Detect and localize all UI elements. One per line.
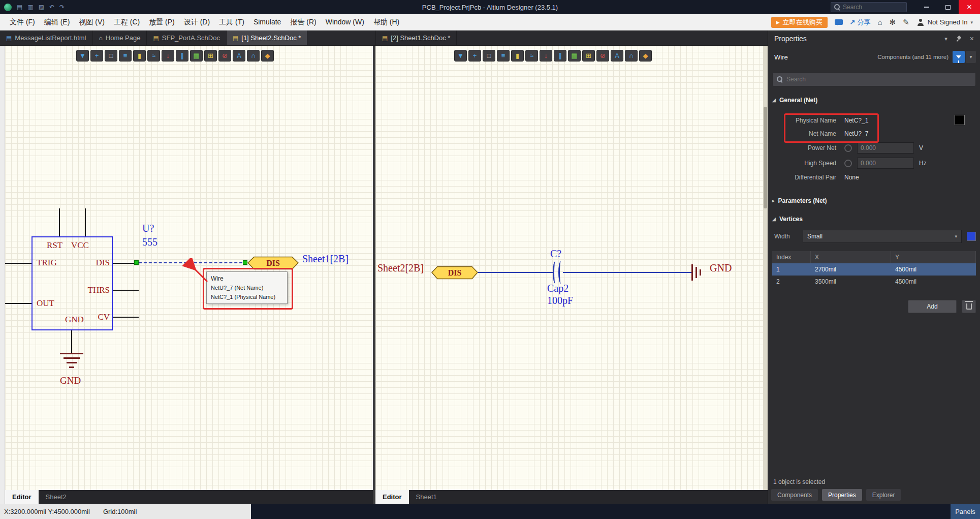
- filter-icon[interactable]: ▼: [454, 50, 467, 62]
- sheet-symbol-icon[interactable]: ⊞: [582, 50, 595, 62]
- undo-icon[interactable]: ↶: [49, 4, 54, 10]
- gnd-symbol[interactable]: [60, 353, 83, 354]
- port-dis[interactable]: DIS: [247, 256, 299, 270]
- menu-view[interactable]: 视图 (V): [74, 14, 109, 30]
- no-erc-icon[interactable]: ⊘: [596, 50, 609, 62]
- menu-edit[interactable]: 编辑 (E): [40, 14, 75, 30]
- grid-icon[interactable]: ▦: [568, 50, 581, 62]
- open-folder-icon[interactable]: ▨: [39, 4, 44, 10]
- tab-message-list-report[interactable]: ▤ MessageListReport.html: [0, 30, 93, 45]
- save-icon[interactable]: ▤: [17, 4, 22, 10]
- section-general-net[interactable]: ◢ General (Net): [768, 97, 980, 104]
- spacing-icon[interactable]: ∥: [176, 50, 188, 62]
- pin-gnd[interactable]: [71, 330, 72, 353]
- properties-search-input[interactable]: [786, 76, 971, 83]
- high-speed-input[interactable]: [857, 158, 914, 169]
- pin-out[interactable]: [5, 303, 31, 304]
- select-area-icon[interactable]: □: [483, 50, 495, 62]
- align-icon[interactable]: ≡: [119, 50, 132, 62]
- selected-wire[interactable]: [139, 262, 247, 263]
- schematic-canvas-sheet2[interactable]: ▼ + □ ≡ ▮ ≈ ↓ ∥ ▦ ⊞ ⊘ A ∩ ◆: [5, 46, 373, 504]
- menu-file[interactable]: 文件 (F): [5, 14, 40, 30]
- tab-sheet2-view[interactable]: Sheet2: [39, 490, 74, 504]
- global-search-input[interactable]: [843, 4, 903, 11]
- pin-vcc[interactable]: [85, 208, 86, 236]
- text-icon[interactable]: A: [611, 50, 623, 62]
- grid-icon[interactable]: ▦: [190, 50, 203, 62]
- add-vertex-button[interactable]: Add: [908, 300, 957, 313]
- capacitor-designator[interactable]: C?: [550, 248, 561, 260]
- pin-rst[interactable]: [59, 208, 60, 236]
- cross-probe-icon[interactable]: +: [90, 50, 103, 62]
- tab-components[interactable]: Components: [771, 489, 818, 501]
- capacitor-comment[interactable]: Cap2: [547, 283, 568, 294]
- align-icon[interactable]: ≡: [497, 50, 510, 62]
- wire-vertex-handle-2[interactable]: [243, 260, 247, 265]
- global-search-box[interactable]: [831, 2, 907, 12]
- save-all-icon[interactable]: ▥: [27, 4, 33, 10]
- gnd-symbol[interactable]: [691, 264, 693, 281]
- component-u-555[interactable]: RST VCC TRIG DIS THRS OUT GND CV: [31, 236, 113, 330]
- cross-probe-icon[interactable]: +: [468, 50, 481, 62]
- buy-online-button[interactable]: ▶ 立即在线购买: [771, 17, 828, 28]
- tab-sheet1-view[interactable]: Sheet1: [409, 490, 444, 504]
- menu-window[interactable]: Window (W): [321, 14, 369, 30]
- pin-thrs[interactable]: [112, 290, 139, 291]
- pin-cv[interactable]: [112, 317, 139, 318]
- power-net-toggle[interactable]: [844, 144, 852, 152]
- wire-mode-icon[interactable]: ≈: [525, 50, 538, 62]
- panels-button[interactable]: Panels: [951, 504, 980, 519]
- pen-icon[interactable]: ✎: [903, 18, 909, 26]
- wire-color-swatch[interactable]: [967, 232, 976, 241]
- select-area-icon[interactable]: □: [105, 50, 117, 62]
- pin-panel-icon[interactable]: [956, 36, 962, 42]
- share-button[interactable]: ↗ 分享: [850, 18, 871, 27]
- vertical-scrollbar[interactable]: [763, 46, 768, 490]
- wire-mode-icon[interactable]: ≈: [147, 50, 160, 62]
- width-select[interactable]: Small ▾: [803, 230, 962, 243]
- menu-reports[interactable]: 报告 (R): [286, 14, 321, 30]
- pin-trig[interactable]: [5, 263, 31, 264]
- restore-button[interactable]: [937, 0, 959, 14]
- chevron-down-icon[interactable]: ▾: [944, 36, 947, 42]
- component-designator[interactable]: U?: [142, 223, 154, 234]
- table-row[interactable]: 1 2700mil 4500mil: [772, 263, 976, 276]
- place-down-icon[interactable]: ↓: [540, 50, 552, 62]
- delete-vertex-button[interactable]: [962, 300, 976, 313]
- menu-project[interactable]: 工程 (C): [109, 14, 144, 30]
- capacitor-plate[interactable]: [553, 261, 558, 284]
- arc-icon[interactable]: ∩: [625, 50, 638, 62]
- menu-simulate[interactable]: Simulate: [249, 14, 286, 30]
- net-color-swatch[interactable]: [955, 115, 965, 125]
- power-net-input[interactable]: [857, 142, 914, 154]
- sign-in-button[interactable]: Not Signed In ▾: [916, 18, 973, 26]
- wire-segment[interactable]: [563, 272, 691, 273]
- comment-icon[interactable]: [835, 19, 843, 25]
- spacing-icon[interactable]: ∥: [554, 50, 566, 62]
- high-speed-toggle[interactable]: [844, 160, 852, 167]
- sheet-symbol-icon[interactable]: ⊞: [204, 50, 217, 62]
- arc-icon[interactable]: ∩: [247, 50, 260, 62]
- parameter-icon[interactable]: ◆: [261, 50, 274, 62]
- scrollbar-thumb[interactable]: [764, 107, 767, 208]
- tab-sheet2[interactable]: ▤ [1] Sheet2.SchDoc *: [227, 30, 307, 45]
- column-icon[interactable]: ▮: [133, 50, 146, 62]
- text-icon[interactable]: A: [233, 50, 245, 62]
- capacitor-value[interactable]: 100pF: [547, 295, 573, 307]
- tab-editor[interactable]: Editor: [5, 490, 39, 504]
- place-down-icon[interactable]: ↓: [162, 50, 174, 62]
- filter-dropdown-button[interactable]: ▾: [966, 51, 976, 63]
- filter-button[interactable]: [953, 51, 965, 63]
- component-comment[interactable]: 555: [142, 236, 157, 248]
- minimize-button[interactable]: [916, 0, 937, 14]
- wire-segment[interactable]: [478, 272, 553, 273]
- schematic-canvas-sheet1[interactable]: ▼ + □ ≡ ▮ ≈ ↓ ∥ ▦ ⊞ ⊘ A ∩ ◆: [375, 46, 768, 504]
- tab-sheet1[interactable]: ▤ [2] Sheet1.SchDoc *: [375, 30, 457, 45]
- table-row[interactable]: 2 3500mil 4500mil: [772, 276, 976, 288]
- filter-icon[interactable]: ▼: [76, 50, 89, 62]
- redo-icon[interactable]: ↷: [59, 4, 65, 10]
- parameter-icon[interactable]: ◆: [639, 50, 652, 62]
- close-button[interactable]: ×: [959, 0, 980, 14]
- menu-place[interactable]: 放置 (P): [144, 14, 179, 30]
- gear-icon[interactable]: ✻: [890, 18, 896, 26]
